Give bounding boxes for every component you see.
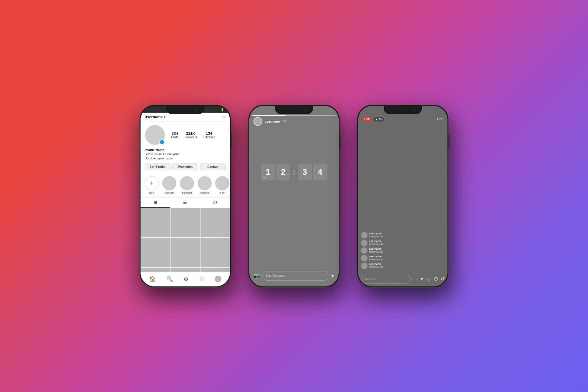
story-time: 14h <box>282 120 287 123</box>
send-message-input[interactable]: Send Message ⋯ <box>262 271 328 281</box>
live-more-icon[interactable]: ⋯ <box>413 277 417 281</box>
commenter-name-1: username <box>369 240 383 243</box>
emoji-icon[interactable]: ☺ <box>427 276 431 282</box>
comment-placeholder: Comment <box>364 278 376 281</box>
viewers-badge: ♥ 15 <box>373 117 384 121</box>
content-tabs: ⊞ ☰ 🏷 <box>141 198 230 208</box>
bottom-nav: 🏠 🔍 ⊕ ♡ <box>141 272 230 286</box>
commenter-name-3: username <box>369 255 383 258</box>
bio-line-1: Lorem ipsum. Lorem ipsum. <box>145 152 226 156</box>
status-time: 9:41 PM <box>146 108 158 111</box>
commenter-avatar-2 <box>361 247 368 254</box>
promotion-button[interactable]: Promotion <box>172 164 198 170</box>
grid-cell-1[interactable] <box>141 208 170 237</box>
commenter-name-0: username <box>369 232 383 235</box>
heart-nav-icon[interactable]: ♡ <box>199 276 204 282</box>
following-label: Following <box>203 136 215 139</box>
comment-text-4: lorem ipsum <box>369 266 383 268</box>
comment-item-3: username lorem ipsum <box>361 255 445 261</box>
story-bottom-bar: 📷 Send Message ⋯ ➤ <box>249 271 339 281</box>
home-nav-icon[interactable]: 🏠 <box>149 276 156 282</box>
highlight-1[interactable]: highlight <box>162 176 176 194</box>
avatar-wrapper[interactable]: + <box>145 125 165 145</box>
live-comments: username lorem ipsum username lorem ipsu… <box>358 232 447 270</box>
camera-icon[interactable]: 📷 <box>253 273 260 279</box>
grid-cell-2[interactable] <box>171 208 200 237</box>
add-story-button[interactable]: + <box>159 139 165 145</box>
grid-cell-3[interactable] <box>201 208 230 237</box>
heart-live-icon: ♥ <box>376 118 377 121</box>
story-progress-fill <box>252 115 286 116</box>
comment-item-4: username lorem ipsum <box>361 263 445 269</box>
posts-label: Posts <box>171 136 178 139</box>
highlight-2[interactable]: highlight <box>180 176 194 194</box>
highlight-4[interactable]: highl <box>215 176 229 194</box>
flip-hours: AM 1 2 <box>261 164 290 181</box>
notch-1 <box>166 106 204 114</box>
comment-item-0: username lorem ipsum <box>361 232 445 238</box>
commenter-avatar-1 <box>361 240 368 246</box>
send-icon[interactable]: ➤ <box>331 273 335 278</box>
highlight-3[interactable]: highlight <box>198 176 212 194</box>
bio-line-2: blog.loremipsum.com <box>145 156 226 161</box>
flip-separator-icon: : <box>293 167 295 177</box>
comment-content-4: username lorem ipsum <box>369 263 383 268</box>
following-stat[interactable]: 134 Following <box>203 131 215 139</box>
posts-stat: 334 Posts <box>171 131 178 139</box>
grid-tab[interactable]: ⊞ <box>141 198 170 208</box>
filter-icon[interactable]: ▼ <box>420 276 424 282</box>
profile-section: + 334 Posts 211K Followers <box>141 122 230 173</box>
highlight-circle-3 <box>198 176 212 190</box>
highlight-new[interactable]: + New <box>145 176 159 194</box>
grid-cell-4[interactable] <box>141 238 170 267</box>
story-progress-bar <box>252 115 336 116</box>
notch-3 <box>384 106 422 114</box>
grid-cell-6[interactable] <box>201 238 230 267</box>
profile-username-header[interactable]: username ▾ <box>145 115 165 119</box>
timer-icon[interactable]: ⏱ <box>434 276 438 282</box>
highlight-circle-1 <box>162 176 176 190</box>
live-comment-input[interactable]: Comment <box>361 275 411 283</box>
live-screen: LIVE ♥ 15 End username lorem ips <box>358 106 447 286</box>
highlight-label-2: highlight <box>182 191 192 194</box>
phones-container: 9:41 PM ▐▐▐ WiFi 🔋 username ▾ ≡ <box>140 105 448 287</box>
phone-live: LIVE ♥ 15 End username lorem ips <box>357 105 448 287</box>
message-dots-icon: ⋯ <box>321 273 325 278</box>
contact-button[interactable]: Contact <box>200 164 226 170</box>
story-username: username <box>265 120 280 123</box>
live-bottom-bar: Comment ⋯ ▼ ☺ ⏱ ↺ <box>358 272 447 286</box>
phone-story: username 14h AM 1 2 : <box>248 105 340 287</box>
flip-card-m2: 4 <box>313 164 327 181</box>
send-message-placeholder: Send Message <box>265 274 285 277</box>
status-icons: ▐▐▐ WiFi 🔋 <box>206 108 224 111</box>
list-tab[interactable]: ☰ <box>170 198 200 208</box>
highlight-label-1: highlight <box>164 191 174 194</box>
rotate-icon[interactable]: ↺ <box>441 276 445 282</box>
comment-content-3: username lorem ipsum <box>369 255 383 261</box>
following-count: 134 <box>203 131 215 136</box>
comment-content-1: username lorem ipsum <box>369 240 383 246</box>
flip-minutes: 3 4 <box>298 164 327 181</box>
comment-text-1: lorem ipsum <box>369 243 383 246</box>
search-nav-icon[interactable]: 🔍 <box>166 276 173 282</box>
flip-minute-2: 4 <box>318 167 323 177</box>
comment-text-0: lorem ipsum <box>369 235 383 238</box>
tagged-tab[interactable]: 🏷 <box>200 198 230 208</box>
edit-profile-button[interactable]: Edit Profile <box>145 164 171 170</box>
hamburger-menu-icon[interactable]: ≡ <box>223 114 226 120</box>
story-avatar <box>253 117 262 126</box>
end-live-button[interactable]: End <box>437 117 443 121</box>
flip-hour-1: 1 <box>266 167 270 177</box>
followers-label: Followers <box>184 136 197 139</box>
live-badge: LIVE <box>362 117 372 121</box>
commenter-avatar-3 <box>361 255 368 261</box>
viewers-count: 15 <box>378 118 382 121</box>
followers-stat[interactable]: 211K Followers <box>184 131 197 139</box>
profile-nav-avatar[interactable] <box>215 276 221 282</box>
comment-item-2: username lorem ipsum <box>361 247 445 254</box>
followers-count: 211K <box>184 131 197 136</box>
add-nav-icon[interactable]: ⊕ <box>184 276 188 282</box>
grid-cell-5[interactable] <box>171 238 200 267</box>
commenter-avatar-0 <box>361 232 368 238</box>
flip-am-label: AM <box>262 176 265 179</box>
